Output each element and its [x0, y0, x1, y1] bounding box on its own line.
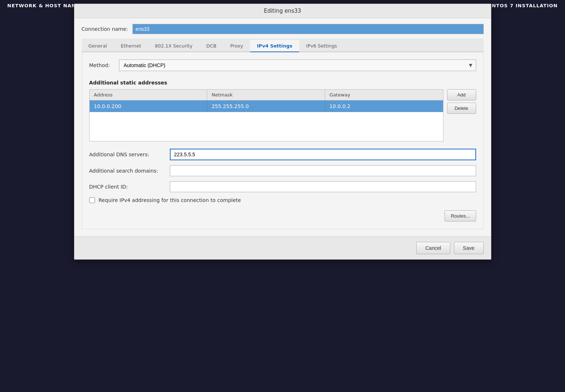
cell-netmask: 255.255.255.0 — [207, 100, 325, 112]
require-ipv4-label: Require IPv4 addressing for this connect… — [99, 197, 241, 203]
header-gateway: Gateway — [325, 90, 443, 100]
search-domains-label: Additional search domains: — [89, 168, 165, 174]
dhcp-client-id-label: DHCP client ID: — [89, 184, 165, 190]
tab-ipv4[interactable]: IPv4 Settings — [250, 40, 299, 52]
dns-servers-input[interactable] — [170, 149, 476, 160]
connection-name-label: Connection name: — [82, 26, 128, 32]
method-row: Method: Automatic (DHCP) Automatic (DHCP… — [89, 59, 476, 71]
search-domains-input[interactable] — [170, 165, 476, 176]
method-select[interactable]: Automatic (DHCP) Automatic (DHCP)ManualL… — [119, 59, 476, 71]
require-ipv4-checkbox[interactable] — [89, 197, 95, 203]
table-buttons: Add Delete — [447, 89, 476, 141]
addresses-table-wrapper: Address Netmask Gateway 10.0.0.200 255.2… — [89, 89, 476, 141]
tab-ethernet[interactable]: Ethernet — [114, 40, 148, 52]
addresses-table: Address Netmask Gateway 10.0.0.200 255.2… — [89, 89, 443, 141]
delete-button[interactable]: Delete — [447, 103, 476, 114]
search-domains-row: Additional search domains: — [89, 165, 476, 176]
tab-dcb[interactable]: DCB — [199, 40, 223, 52]
addresses-section: Additional static addresses Address Netm… — [89, 80, 476, 141]
dialog-title: Editing ens33 — [74, 4, 491, 18]
dialog-footer: Cancel Save — [74, 236, 491, 259]
connection-name-input[interactable] — [132, 24, 484, 34]
header-address: Address — [90, 90, 208, 100]
editing-dialog: Editing ens33 Connection name: General E… — [74, 4, 491, 260]
tab-general[interactable]: General — [82, 40, 114, 52]
tabs-bar: General Ethernet 802.1X Security DCB Pro… — [82, 38, 484, 52]
table-header: Address Netmask Gateway — [90, 90, 443, 100]
method-label: Method: — [89, 62, 115, 68]
tab-proxy[interactable]: Proxy — [223, 40, 250, 52]
cell-gateway: 10.0.0.2 — [325, 100, 443, 112]
dhcp-client-id-input[interactable] — [170, 181, 476, 192]
save-button[interactable]: Save — [454, 242, 484, 254]
dns-servers-row: Additional DNS servers: — [89, 149, 476, 160]
routes-button[interactable]: Routes... — [445, 210, 476, 222]
require-ipv4-row: Require IPv4 addressing for this connect… — [89, 197, 476, 203]
tab-ipv6[interactable]: IPv6 Settings — [299, 40, 344, 52]
tab-content: Method: Automatic (DHCP) Automatic (DHCP… — [82, 52, 484, 229]
table-row[interactable]: 10.0.0.200 255.255.255.0 10.0.0.2 — [90, 100, 443, 112]
table-empty-area — [90, 112, 443, 141]
header-netmask: Netmask — [207, 90, 325, 100]
add-button[interactable]: Add — [447, 89, 476, 100]
dhcp-client-id-row: DHCP client ID: — [89, 181, 476, 192]
routes-row: Routes... — [89, 210, 476, 222]
tab-8021x[interactable]: 802.1X Security — [148, 40, 200, 52]
section-title: Additional static addresses — [89, 80, 476, 86]
dns-servers-label: Additional DNS servers: — [89, 152, 165, 157]
cell-address: 10.0.0.200 — [90, 100, 208, 112]
cancel-button[interactable]: Cancel — [416, 242, 450, 254]
method-select-wrapper[interactable]: Automatic (DHCP) Automatic (DHCP)ManualL… — [119, 59, 476, 71]
connection-name-row: Connection name: — [82, 24, 484, 34]
